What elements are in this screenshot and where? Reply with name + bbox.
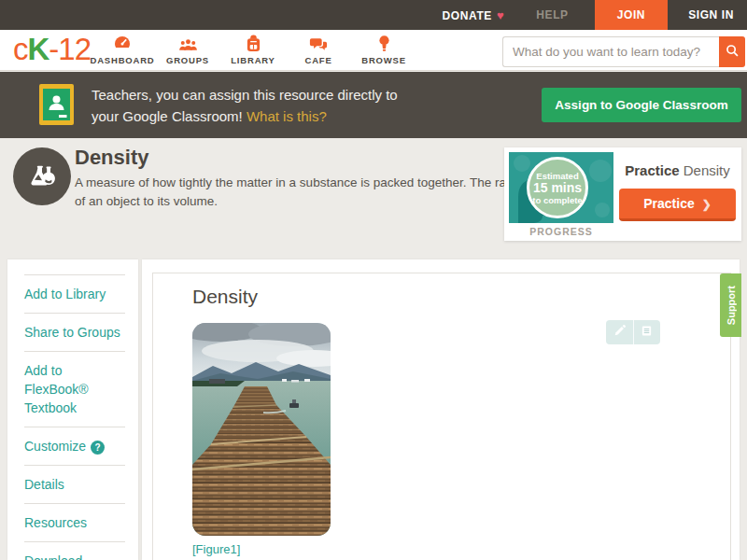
- nav-label: LIBRARY: [231, 55, 275, 65]
- practice-button-label: Practice: [643, 196, 694, 211]
- banner-text: Teachers, you can assign this resource d…: [92, 84, 398, 127]
- reading-title: Density: [192, 286, 258, 308]
- top-utility-bar: DONATE♥ HELP JOIN SIGN IN: [0, 0, 747, 30]
- sidebar-item-resources[interactable]: Resources: [24, 503, 125, 541]
- practice-card: Estimated 15 mins to complete PROGRESS P…: [504, 147, 741, 241]
- nav-label: GROUPS: [166, 55, 209, 65]
- logo-suffix: -12: [49, 32, 91, 66]
- main-nav: cK-12 DASHBOARD GROUPS LIBRARY CAFE: [0, 30, 747, 71]
- sidebar-item-details[interactable]: Details: [24, 465, 125, 503]
- pencil-icon: [613, 324, 626, 341]
- content-panel: Density: [142, 259, 740, 560]
- donate-link[interactable]: DONATE♥: [443, 8, 505, 22]
- browse-lightbulb-icon: [378, 33, 390, 52]
- banner-text-line2: your Google Classroom!: [92, 108, 243, 124]
- document-icon: [641, 324, 653, 341]
- action-sidebar: Add to Library Share to Groups Add to Fl…: [7, 259, 138, 560]
- practice-button[interactable]: Practice❯: [619, 189, 736, 221]
- practice-title-bold: Practice: [625, 162, 679, 178]
- practice-title: Practice Density: [619, 162, 736, 178]
- search-box: [502, 36, 745, 67]
- assign-to-classroom-button[interactable]: Assign to Google Classroom: [542, 88, 741, 122]
- concept-title: Density: [75, 146, 148, 170]
- nav-label: DASHBOARD: [91, 55, 155, 65]
- badge-line1: Estimated: [536, 171, 578, 181]
- dashboard-gauge-icon: [113, 33, 132, 52]
- sidebar-item-share-to-groups[interactable]: Share to Groups: [24, 313, 125, 351]
- practice-progress-image: Estimated 15 mins to complete: [509, 152, 613, 223]
- nav-item-groups[interactable]: GROUPS: [155, 33, 220, 65]
- nav-item-library[interactable]: LIBRARY: [220, 33, 286, 65]
- progress-label: PROGRESS: [509, 226, 613, 237]
- estimated-time-badge: Estimated 15 mins to complete: [527, 157, 588, 218]
- cafe-chat-icon: [309, 33, 328, 52]
- download-label: Download: [24, 553, 82, 560]
- sidebar-item-add-to-flexbook[interactable]: Add to FlexBook® Textbook: [24, 351, 125, 427]
- support-tab[interactable]: Support: [720, 273, 741, 337]
- library-backpack-icon: [246, 33, 261, 52]
- search-icon: [726, 44, 740, 61]
- nav-item-dashboard[interactable]: DASHBOARD: [90, 33, 155, 65]
- flexbook-line2: Textbook: [24, 400, 77, 415]
- nav-item-cafe[interactable]: CAFE: [286, 33, 351, 65]
- practice-title-rest: Density: [680, 162, 730, 178]
- edit-pencil-button[interactable]: [606, 320, 634, 344]
- badge-line3: to complete: [532, 195, 582, 205]
- question-badge-icon: ?: [91, 441, 105, 455]
- chevron-right-icon: ❯: [702, 198, 712, 211]
- sidebar-item-add-to-library[interactable]: Add to Library: [24, 274, 125, 313]
- logo-k: K: [28, 32, 49, 66]
- badge-line2: 15 mins: [533, 181, 582, 195]
- figure1-log-boom-photo[interactable]: [192, 323, 331, 536]
- content-tools: [606, 320, 660, 344]
- search-input[interactable]: [502, 36, 719, 67]
- sidebar-item-download[interactable]: Download▾: [24, 541, 125, 560]
- flexbook-line1: Add to FlexBook®: [24, 363, 89, 397]
- sidebar-item-customize[interactable]: Customize?: [24, 427, 125, 465]
- support-tab-label: Support: [726, 286, 737, 325]
- google-classroom-icon: [39, 84, 74, 129]
- concept-flask-icon: [13, 147, 71, 205]
- logo-c: c: [13, 32, 28, 66]
- ck12-logo[interactable]: cK-12: [13, 32, 91, 67]
- reading-area: Density: [152, 273, 731, 560]
- description-line2: of an object to its volume.: [75, 194, 218, 208]
- search-button[interactable]: [719, 36, 745, 67]
- figure-caption: [Figure1]: [192, 542, 240, 556]
- groups-people-icon: [178, 33, 198, 52]
- customize-label: Customize: [24, 439, 86, 454]
- classroom-banner: Teachers, you can assign this resource d…: [0, 72, 747, 138]
- banner-text-line1: Teachers, you can assign this resource d…: [92, 87, 398, 103]
- nav-label: BROWSE: [361, 55, 406, 65]
- nav-label: CAFE: [304, 55, 331, 65]
- help-link[interactable]: HELP: [536, 8, 568, 21]
- nav-item-browse[interactable]: BROWSE: [351, 33, 416, 65]
- sign-in-link[interactable]: SIGN IN: [688, 8, 734, 21]
- notes-document-button[interactable]: [634, 320, 661, 344]
- what-is-this-link[interactable]: What is this?: [247, 108, 327, 124]
- join-button[interactable]: JOIN: [595, 0, 668, 30]
- heart-icon: ♥: [497, 8, 504, 22]
